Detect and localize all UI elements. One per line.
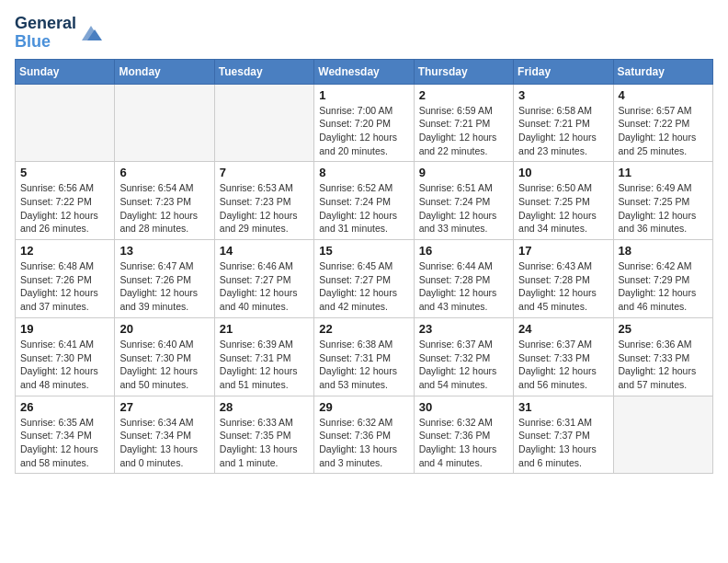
calendar-cell: 4Sunrise: 6:57 AM Sunset: 7:22 PM Daylig… [613,84,712,162]
calendar-cell: 1Sunrise: 7:00 AM Sunset: 7:20 PM Daylig… [314,84,414,162]
day-number: 16 [419,244,508,258]
day-number: 11 [619,166,708,179]
day-info: Sunrise: 6:42 AM Sunset: 7:29 PM Dayligh… [619,259,708,314]
day-of-week-header: Thursday [414,59,513,84]
day-info: Sunrise: 6:56 AM Sunset: 7:22 PM Dayligh… [20,181,109,236]
calendar-cell: 30Sunrise: 6:32 AM Sunset: 7:36 PM Dayli… [414,396,513,474]
day-number: 24 [518,322,608,336]
calendar-cell: 3Sunrise: 6:58 AM Sunset: 7:21 PM Daylig… [514,84,613,162]
day-number: 3 [518,88,608,102]
day-info: Sunrise: 6:38 AM Sunset: 7:31 PM Dayligh… [319,338,408,392]
calendar-cell: 17Sunrise: 6:43 AM Sunset: 7:28 PM Dayli… [514,240,613,318]
calendar-cell: 24Sunrise: 6:37 AM Sunset: 7:33 PM Dayli… [514,317,613,396]
day-number: 19 [20,322,109,336]
calendar-cell: 2Sunrise: 6:59 AM Sunset: 7:21 PM Daylig… [414,84,513,162]
day-number: 4 [619,88,708,102]
calendar-cell: 22Sunrise: 6:38 AM Sunset: 7:31 PM Dayli… [314,317,414,396]
day-info: Sunrise: 6:36 AM Sunset: 7:33 PM Dayligh… [619,338,708,392]
day-number: 18 [619,244,708,258]
day-info: Sunrise: 6:45 AM Sunset: 7:27 PM Dayligh… [319,259,408,314]
calendar-cell [214,84,313,162]
logo-text: GeneralBlue [15,15,76,52]
day-info: Sunrise: 6:51 AM Sunset: 7:24 PM Dayligh… [419,181,508,236]
calendar-week-row: 5Sunrise: 6:56 AM Sunset: 7:22 PM Daylig… [16,162,713,240]
day-number: 20 [119,322,209,336]
day-number: 28 [220,400,309,414]
day-number: 27 [119,400,209,414]
calendar-cell: 23Sunrise: 6:37 AM Sunset: 7:32 PM Dayli… [414,317,513,396]
day-of-week-header: Monday [115,59,214,84]
day-info: Sunrise: 6:53 AM Sunset: 7:23 PM Dayligh… [220,181,309,236]
day-number: 8 [319,166,408,179]
calendar-cell: 27Sunrise: 6:34 AM Sunset: 7:34 PM Dayli… [115,396,214,474]
day-number: 31 [518,400,608,414]
day-number: 17 [518,244,608,258]
day-number: 29 [319,400,408,414]
day-info: Sunrise: 6:43 AM Sunset: 7:28 PM Dayligh… [518,259,608,314]
calendar-cell: 9Sunrise: 6:51 AM Sunset: 7:24 PM Daylig… [414,162,513,240]
calendar-cell: 16Sunrise: 6:44 AM Sunset: 7:28 PM Dayli… [414,240,513,318]
day-number: 15 [319,244,408,258]
day-number: 30 [419,400,508,414]
calendar-cell: 25Sunrise: 6:36 AM Sunset: 7:33 PM Dayli… [613,317,712,396]
day-of-week-header: Tuesday [214,59,313,84]
calendar-table: SundayMondayTuesdayWednesdayThursdayFrid… [15,59,713,475]
day-number: 23 [419,322,508,336]
calendar-header-row: SundayMondayTuesdayWednesdayThursdayFrid… [16,59,713,84]
day-info: Sunrise: 6:39 AM Sunset: 7:31 PM Dayligh… [220,338,309,392]
calendar-cell: 13Sunrise: 6:47 AM Sunset: 7:26 PM Dayli… [115,240,214,318]
day-info: Sunrise: 6:58 AM Sunset: 7:21 PM Dayligh… [518,104,608,158]
calendar-cell: 14Sunrise: 6:46 AM Sunset: 7:27 PM Dayli… [214,240,313,318]
day-number: 13 [119,244,209,258]
calendar-cell: 15Sunrise: 6:45 AM Sunset: 7:27 PM Dayli… [314,240,414,318]
calendar-cell [613,396,712,474]
calendar-cell: 31Sunrise: 6:31 AM Sunset: 7:37 PM Dayli… [514,396,613,474]
calendar-cell: 7Sunrise: 6:53 AM Sunset: 7:23 PM Daylig… [214,162,313,240]
day-info: Sunrise: 6:46 AM Sunset: 7:27 PM Dayligh… [220,259,309,314]
calendar-cell: 20Sunrise: 6:40 AM Sunset: 7:30 PM Dayli… [115,317,214,396]
day-of-week-header: Saturday [613,59,712,84]
page-header: GeneralBlue [15,15,713,52]
calendar-cell: 21Sunrise: 6:39 AM Sunset: 7:31 PM Dayli… [214,317,313,396]
day-info: Sunrise: 6:31 AM Sunset: 7:37 PM Dayligh… [518,416,608,470]
logo-icon [78,22,104,44]
logo: GeneralBlue [15,15,104,52]
day-info: Sunrise: 6:32 AM Sunset: 7:36 PM Dayligh… [419,416,508,470]
day-info: Sunrise: 6:59 AM Sunset: 7:21 PM Dayligh… [419,104,508,158]
day-info: Sunrise: 6:47 AM Sunset: 7:26 PM Dayligh… [119,259,209,314]
day-info: Sunrise: 6:35 AM Sunset: 7:34 PM Dayligh… [20,416,109,470]
day-number: 10 [518,166,608,179]
calendar-cell [115,84,214,162]
day-info: Sunrise: 6:57 AM Sunset: 7:22 PM Dayligh… [619,104,708,158]
day-number: 26 [20,400,109,414]
day-info: Sunrise: 6:32 AM Sunset: 7:36 PM Dayligh… [319,416,408,470]
day-number: 2 [419,88,508,102]
day-info: Sunrise: 6:50 AM Sunset: 7:25 PM Dayligh… [518,181,608,236]
calendar-cell: 18Sunrise: 6:42 AM Sunset: 7:29 PM Dayli… [613,240,712,318]
calendar-week-row: 19Sunrise: 6:41 AM Sunset: 7:30 PM Dayli… [16,317,713,396]
day-info: Sunrise: 6:40 AM Sunset: 7:30 PM Dayligh… [119,338,209,392]
day-number: 12 [20,244,109,258]
calendar-week-row: 12Sunrise: 6:48 AM Sunset: 7:26 PM Dayli… [16,240,713,318]
day-info: Sunrise: 6:49 AM Sunset: 7:25 PM Dayligh… [619,181,708,236]
day-of-week-header: Wednesday [314,59,414,84]
calendar-cell: 19Sunrise: 6:41 AM Sunset: 7:30 PM Dayli… [16,317,115,396]
day-info: Sunrise: 6:37 AM Sunset: 7:32 PM Dayligh… [419,338,508,392]
day-number: 9 [419,166,508,179]
calendar-cell: 8Sunrise: 6:52 AM Sunset: 7:24 PM Daylig… [314,162,414,240]
day-of-week-header: Friday [514,59,613,84]
day-number: 1 [319,88,408,102]
calendar-cell [16,84,115,162]
calendar-cell: 29Sunrise: 6:32 AM Sunset: 7:36 PM Dayli… [314,396,414,474]
day-number: 7 [220,166,309,179]
day-info: Sunrise: 6:33 AM Sunset: 7:35 PM Dayligh… [220,416,309,470]
calendar-cell: 10Sunrise: 6:50 AM Sunset: 7:25 PM Dayli… [514,162,613,240]
day-info: Sunrise: 7:00 AM Sunset: 7:20 PM Dayligh… [319,104,408,158]
calendar-cell: 28Sunrise: 6:33 AM Sunset: 7:35 PM Dayli… [214,396,313,474]
calendar-cell: 6Sunrise: 6:54 AM Sunset: 7:23 PM Daylig… [115,162,214,240]
calendar-cell: 11Sunrise: 6:49 AM Sunset: 7:25 PM Dayli… [613,162,712,240]
day-number: 5 [20,166,109,179]
day-info: Sunrise: 6:44 AM Sunset: 7:28 PM Dayligh… [419,259,508,314]
day-number: 22 [319,322,408,336]
day-info: Sunrise: 6:34 AM Sunset: 7:34 PM Dayligh… [119,416,209,470]
